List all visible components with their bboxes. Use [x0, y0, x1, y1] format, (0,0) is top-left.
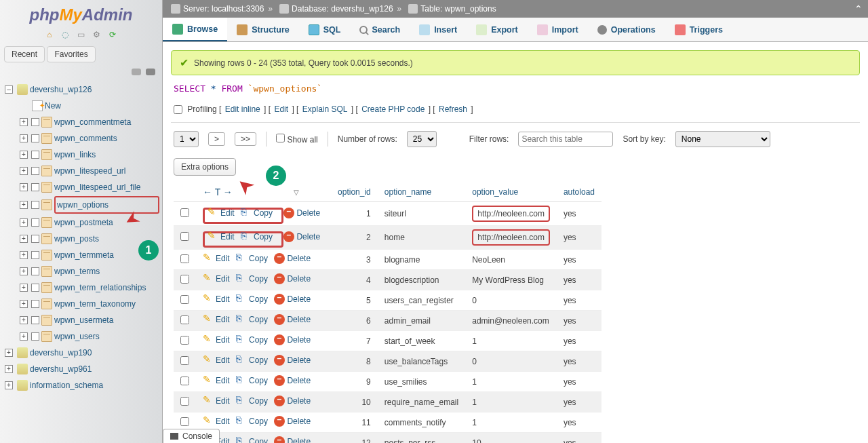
cell-autoload[interactable]: yes [557, 412, 601, 433]
next-page-button[interactable]: > [208, 132, 225, 146]
expand-icon[interactable]: + [20, 300, 28, 308]
delete-button[interactable]: Delete [274, 273, 311, 284]
expand-icon[interactable]: + [20, 332, 28, 341]
expand-icon[interactable]: + [5, 365, 13, 373]
tab-export[interactable]: Export [467, 18, 528, 41]
cell-option-value[interactable]: 0 [465, 290, 557, 311]
cell-option-value[interactable]: 10 [465, 433, 557, 443]
db-node[interactable]: information_schema [30, 378, 159, 393]
cell-autoload[interactable]: yes [557, 331, 601, 351]
browse-icon[interactable] [31, 316, 39, 324]
col-autoload[interactable]: autoload [564, 187, 595, 197]
browse-icon[interactable] [31, 332, 39, 341]
cell-option-name[interactable]: use_balanceTags [378, 351, 465, 372]
cell-option-id[interactable]: 10 [331, 392, 378, 412]
cell-autoload[interactable]: yes [557, 202, 601, 226]
browse-icon[interactable] [31, 118, 39, 126]
cell-autoload[interactable]: yes [557, 372, 601, 392]
tab-browse[interactable]: Browse [163, 18, 227, 41]
expand-icon[interactable]: + [20, 118, 28, 126]
logout-icon[interactable]: ◌ [60, 30, 71, 41]
cell-option-name[interactable]: siteurl [378, 202, 465, 226]
collapse-icon[interactable] [132, 69, 141, 75]
cell-option-name[interactable]: home [378, 226, 465, 250]
table-node[interactable]: wpwn_litespeed_url_file [54, 180, 159, 195]
browse-icon[interactable] [31, 267, 39, 275]
cell-option-id[interactable]: 2 [331, 226, 378, 250]
cell-option-id[interactable]: 9 [331, 372, 378, 392]
delete-button[interactable]: Delete [283, 208, 320, 218]
cell-option-id[interactable]: 1 [331, 202, 378, 226]
sort-triangle-icon[interactable]: ▽ [294, 189, 299, 196]
table-node[interactable]: wpwn_terms [54, 264, 159, 279]
copy-button[interactable]: Copy [236, 273, 268, 284]
tab-triggers[interactable]: Triggers [665, 18, 732, 41]
db-node[interactable]: devershu_wp190 [30, 345, 159, 360]
settings-icon[interactable]: ⚙ [92, 30, 102, 41]
cell-option-id[interactable]: 6 [331, 311, 378, 331]
cell-autoload[interactable]: yes [557, 311, 601, 331]
create-php-link[interactable]: Create PHP code [361, 104, 425, 114]
expand-icon[interactable]: + [5, 349, 13, 357]
delete-button[interactable]: Delete [274, 253, 311, 264]
col-option-id[interactable]: option_id [338, 187, 371, 197]
copy-button[interactable]: Copy [241, 231, 273, 242]
edit-inline-link[interactable]: Edit inline [225, 104, 260, 114]
logo[interactable]: phpMyAdmin [0, 0, 162, 27]
cell-option-name[interactable]: require_name_email [378, 392, 465, 412]
copy-button[interactable]: Copy [236, 355, 268, 366]
delete-button[interactable]: Delete [274, 436, 311, 443]
profiling-checkbox[interactable] [174, 105, 182, 114]
row-checkbox[interactable] [180, 232, 189, 241]
table-node[interactable]: wpwn_term_relationships [54, 280, 159, 295]
show-all-checkbox[interactable] [276, 134, 285, 142]
table-node[interactable]: wpwn_commentmeta [54, 115, 159, 130]
cell-option-value[interactable]: NeoLeen [465, 250, 557, 270]
cell-option-value[interactable]: 1 [465, 331, 557, 351]
table-node[interactable]: wpwn_comments [54, 131, 159, 146]
cell-option-id[interactable]: 8 [331, 351, 378, 372]
tab-import[interactable]: Import [528, 18, 588, 41]
table-node[interactable]: wpwn_users [54, 329, 159, 344]
refresh-link[interactable]: Refresh [439, 104, 467, 114]
cell-option-name[interactable]: blogdescription [378, 270, 465, 290]
row-checkbox[interactable] [180, 315, 189, 324]
copy-button[interactable]: Copy [236, 375, 268, 386]
cell-option-value[interactable]: 1 [465, 412, 557, 433]
cell-autoload[interactable]: yes [557, 270, 601, 290]
console-bar[interactable]: Console [163, 429, 220, 443]
cell-autoload[interactable]: yes [557, 226, 601, 250]
link-icon[interactable] [146, 69, 155, 75]
bc-server-link[interactable]: localhost:3306 [212, 4, 264, 14]
copy-button[interactable]: Copy [236, 396, 268, 406]
delete-button[interactable]: Delete [274, 314, 311, 325]
cell-option-id[interactable]: 12 [331, 433, 378, 443]
col-option-name[interactable]: option_name [384, 187, 431, 197]
delete-button[interactable]: Delete [274, 375, 311, 386]
browse-icon[interactable] [31, 201, 39, 209]
row-checkbox[interactable] [180, 397, 189, 406]
browse-icon[interactable] [31, 218, 39, 227]
cell-option-name[interactable]: comments_notify [378, 412, 465, 433]
row-checkbox[interactable] [180, 417, 189, 426]
cell-option-value[interactable]: http://neoleen.com [465, 226, 557, 250]
copy-button[interactable]: Copy [236, 416, 268, 427]
bc-table-link[interactable]: wpwn_options [445, 4, 496, 14]
browse-icon[interactable] [31, 134, 39, 142]
row-checkbox[interactable] [180, 356, 189, 365]
delete-button[interactable]: Delete [274, 294, 311, 305]
cell-autoload[interactable]: yes [557, 290, 601, 311]
collapse-breadcrumb-icon[interactable]: ⌃ [854, 3, 863, 14]
edit-button[interactable]: Edit [208, 208, 235, 218]
browse-icon[interactable] [31, 284, 39, 292]
tab-operations[interactable]: Operations [588, 18, 665, 41]
col-option-value[interactable]: option_value [472, 187, 518, 197]
row-checkbox[interactable] [180, 295, 189, 304]
copy-button[interactable]: Copy [236, 294, 268, 305]
row-checkbox[interactable] [180, 275, 189, 284]
edit-button[interactable]: Edit [203, 355, 230, 366]
expand-icon[interactable]: + [20, 218, 28, 227]
delete-button[interactable]: Delete [274, 355, 311, 366]
row-checkbox[interactable] [180, 208, 189, 217]
edit-button[interactable]: Edit [203, 416, 230, 427]
